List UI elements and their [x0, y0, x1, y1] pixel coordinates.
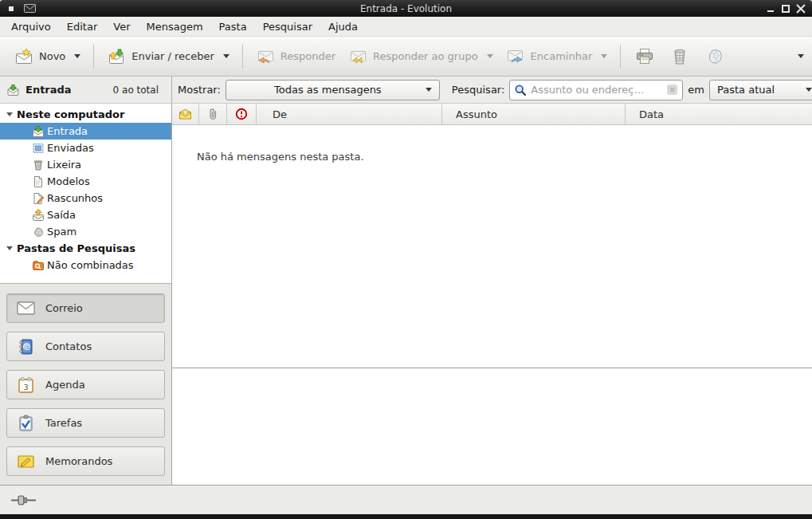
delete-button[interactable] [665, 43, 695, 70]
search-folder-icon [32, 259, 45, 272]
current-folder-name: Entrada [25, 84, 72, 96]
menu-pasta[interactable]: Pasta [211, 18, 255, 35]
message-list-header: De Assunto Data [172, 104, 812, 125]
sidebar-item-label: Rascunhos [47, 192, 103, 204]
attachment-icon [207, 108, 219, 120]
collapse-triangle-icon[interactable] [6, 112, 13, 116]
reply-group-button[interactable]: Responder ao grupo [342, 43, 500, 70]
svg-text:@: @ [24, 343, 30, 350]
search-box[interactable] [509, 80, 683, 100]
tree-group-local[interactable]: Neste computador [0, 106, 171, 123]
switcher-label: Agenda [45, 379, 85, 391]
switcher-calendar-button[interactable]: 3 Agenda [6, 370, 165, 399]
column-priority[interactable] [227, 104, 257, 124]
minimize-icon[interactable] [766, 4, 775, 14]
online-plug-icon[interactable] [11, 494, 37, 506]
send-receive-dropdown-arrow[interactable] [223, 54, 229, 58]
new-button[interactable]: Novo [8, 43, 87, 70]
menu-pesquisar[interactable]: Pesquisar [255, 18, 320, 35]
collapse-triangle-icon[interactable] [6, 246, 13, 250]
toolbar-separator [93, 45, 94, 69]
folder-tree: Neste computador Entrada Enviadas [0, 104, 171, 283]
column-message-status[interactable] [172, 104, 199, 124]
sidebar-item-label: Modelos [47, 175, 90, 187]
search-icon [514, 84, 527, 96]
send-receive-button[interactable]: Enviar / receber [100, 43, 236, 70]
new-button-label: Novo [39, 50, 65, 62]
folderbar: Entrada 0 ao total Mostrar: Todas as men… [0, 77, 812, 104]
search-scope-value: Pasta atual [717, 84, 775, 96]
in-label: em [688, 84, 704, 96]
sidebar-item-entrada[interactable]: Entrada [0, 123, 171, 140]
print-button[interactable] [630, 43, 660, 70]
forward-button[interactable]: Encaminhar [500, 43, 614, 70]
outbox-icon [32, 209, 45, 222]
maximize-icon[interactable] [781, 4, 790, 14]
tree-group-search-folders[interactable]: Pastas de Pesquisas [0, 240, 171, 257]
reply-button[interactable]: Responder [249, 43, 342, 70]
sidebar-item-spam[interactable]: Spam [0, 223, 171, 240]
switcher-contacts-button[interactable]: @ Contatos [6, 332, 165, 361]
inbox-icon [6, 84, 20, 96]
send-receive-label: Enviar / receber [131, 50, 214, 62]
menu-ajuda[interactable]: Ajuda [320, 18, 366, 35]
column-assunto[interactable]: Assunto [442, 104, 626, 124]
junk-icon [705, 48, 724, 65]
sidebar-item-enviadas[interactable]: Enviadas [0, 140, 171, 156]
toolbar-overflow-arrow[interactable] [798, 54, 804, 58]
statusbar [0, 485, 812, 514]
message-filter-dropdown[interactable]: Todas as mensagens [226, 80, 440, 100]
menu-mensagem[interactable]: Mensagem [139, 18, 211, 35]
switcher-label: Memorandos [45, 455, 112, 467]
print-icon [635, 48, 654, 65]
clear-search-icon[interactable] [666, 84, 678, 96]
calendar-icon: 3 [17, 376, 35, 394]
message-count: 0 ao total [113, 85, 159, 96]
message-pane: De Assunto Data Não há mensagens nesta p… [172, 104, 812, 485]
new-dropdown-arrow[interactable] [74, 54, 80, 58]
toolbar-separator [242, 45, 243, 69]
switcher-mail-button[interactable]: Correio [6, 293, 165, 323]
sidebar-item-saida[interactable]: Saída [0, 206, 171, 223]
reply-group-label: Responder ao grupo [373, 50, 478, 62]
folderbar-left: Entrada 0 ao total [0, 77, 172, 103]
tree-group-label: Pastas de Pesquisas [17, 242, 135, 254]
inbox-icon [32, 125, 45, 138]
spam-icon [32, 226, 45, 238]
column-attachment[interactable] [199, 104, 227, 124]
close-icon[interactable] [796, 4, 806, 14]
trash-icon [32, 159, 45, 171]
send-receive-icon [107, 48, 126, 65]
svg-text:3: 3 [24, 383, 29, 391]
menu-arquivo[interactable]: Arquivo [3, 18, 59, 35]
drafts-icon [32, 192, 45, 205]
show-label: Mostrar: [178, 84, 221, 96]
sidebar-item-rascunhos[interactable]: Rascunhos [0, 190, 171, 206]
search-scope-dropdown[interactable]: Pasta atual [709, 80, 812, 100]
switcher-tasks-button[interactable]: Tarefas [6, 408, 165, 438]
sidebar-item-modelos[interactable]: Modelos [0, 173, 171, 190]
menu-ver[interactable]: Ver [105, 18, 138, 35]
preview-pane[interactable] [172, 368, 812, 485]
sidebar-item-label: Enviadas [47, 142, 94, 154]
sidebar-item-label: Entrada [47, 125, 88, 137]
titlebar: Entrada - Evolution [0, 0, 812, 17]
junk-button[interactable] [700, 43, 730, 70]
forward-dropdown-arrow[interactable] [601, 54, 607, 58]
message-list[interactable]: Não há mensagens nesta pasta. [172, 125, 812, 368]
sidebar-item-nao-combinadas[interactable]: Não combinadas [0, 257, 171, 273]
reply-group-dropdown-arrow[interactable] [487, 54, 493, 58]
sidebar-item-label: Não combinadas [47, 259, 134, 271]
reply-group-icon [348, 48, 367, 65]
switcher-memos-button[interactable]: Memorandos [6, 446, 165, 476]
search-input[interactable] [531, 84, 662, 96]
column-data[interactable]: Data [626, 104, 812, 124]
priority-icon [235, 108, 248, 120]
empty-folder-text: Não há mensagens nesta pasta. [197, 151, 812, 163]
menu-editar[interactable]: Editar [59, 18, 106, 35]
column-de[interactable]: De [257, 104, 442, 124]
sidebar-item-lixeira[interactable]: Lixeira [0, 156, 171, 173]
column-label: De [273, 108, 287, 120]
reply-button-label: Responder [280, 50, 335, 62]
new-message-icon [14, 48, 33, 65]
